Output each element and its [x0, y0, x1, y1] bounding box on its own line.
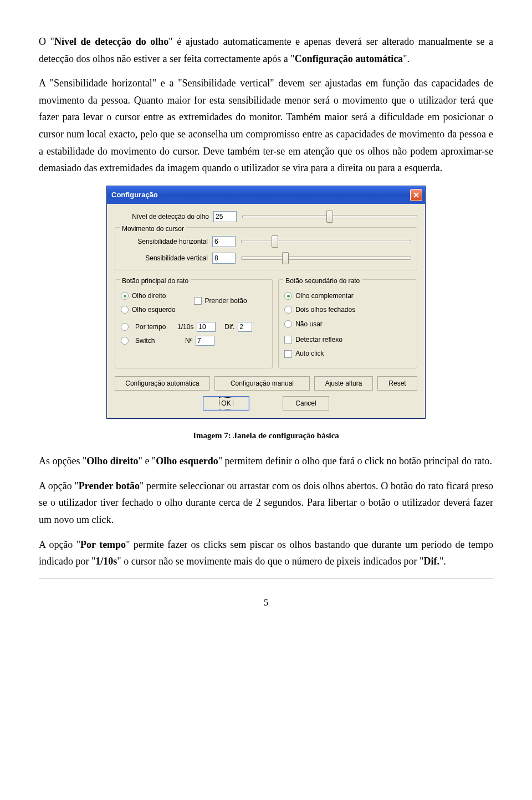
radio-icon[interactable]	[121, 337, 129, 345]
dont-use-option[interactable]: Não usar	[284, 319, 411, 330]
complementary-eye-option[interactable]: Olho complementar	[284, 290, 411, 301]
left-eye-option[interactable]: Olho esquerdo	[121, 304, 194, 315]
autoclick-checkbox[interactable]: Auto click	[284, 348, 411, 359]
auto-config-button[interactable]: Configuração automática	[115, 376, 210, 391]
radio-icon	[284, 292, 292, 300]
switch-no-input[interactable]: 7	[196, 336, 214, 346]
figure-caption: Imagem 7: Janela de configuração básica	[39, 429, 493, 443]
paragraph: O "Nível de detecção do olho" é ajustado…	[39, 33, 493, 67]
dialog-titlebar: Configuração	[107, 186, 425, 204]
checkbox-icon	[284, 350, 292, 358]
right-eye-option[interactable]: Olho direito	[121, 290, 194, 301]
eye-detection-input[interactable]: 25	[213, 211, 237, 222]
primary-button-group: Botão principal do rato Olho direito Olh…	[115, 279, 273, 368]
ok-button[interactable]: OK	[203, 396, 249, 411]
paragraph: A opção "Por tempo" permite fazer os cli…	[39, 536, 493, 570]
dialog-title: Configuração	[111, 189, 158, 201]
page-divider	[39, 578, 493, 578]
switch-option[interactable]: Switch	[135, 335, 174, 346]
page-number: 5	[39, 595, 493, 610]
vert-sens-slider[interactable]	[241, 252, 411, 264]
eye-detection-label: Nível de detecção do olho	[115, 211, 213, 222]
cursor-movement-group: Movimento do cursor Sensibilidade horizo…	[115, 227, 417, 270]
paragraph: As opções "Olho direito" e "Olho esquerd…	[39, 453, 493, 470]
checkbox-icon	[284, 336, 292, 343]
cancel-button[interactable]: Cancel	[283, 396, 329, 411]
horiz-sens-slider[interactable]	[241, 235, 411, 248]
horiz-sens-input[interactable]: 6	[212, 236, 236, 247]
secondary-button-group: Botão secundário do rato Olho complement…	[278, 279, 417, 368]
close-button[interactable]	[410, 189, 422, 201]
radio-icon	[284, 320, 292, 328]
hold-button-checkbox[interactable]: Prender botão	[194, 295, 267, 306]
radio-icon	[121, 306, 129, 314]
vert-sens-label: Sensibilidade vertical	[121, 253, 212, 264]
vert-sens-input[interactable]: 8	[212, 253, 236, 264]
radio-icon	[284, 306, 292, 314]
dif-input[interactable]: 2	[238, 322, 252, 332]
adjust-height-button[interactable]: Ajuste altura	[314, 376, 373, 391]
radio-icon[interactable]	[121, 323, 129, 331]
close-icon	[413, 192, 419, 198]
paragraph: A "Sensibilidade horizontal" e a "Sensib…	[39, 75, 493, 177]
by-time-option[interactable]: Por tempo	[135, 321, 174, 332]
eye-detection-slider[interactable]	[242, 211, 417, 223]
both-eyes-closed-option[interactable]: Dois olhos fechados	[284, 304, 411, 315]
config-dialog: Configuração Nível de detecção do olho 2…	[106, 186, 426, 419]
radio-icon	[121, 292, 129, 300]
detect-reflex-checkbox[interactable]: Detectar reflexo	[284, 334, 411, 345]
time-input[interactable]: 10	[197, 322, 216, 332]
reset-button[interactable]: Reset	[377, 376, 417, 391]
checkbox-icon	[194, 297, 202, 305]
manual-config-button[interactable]: Configuração manual	[214, 376, 310, 391]
paragraph: A opção "Prender botão" permite seleccio…	[39, 478, 493, 529]
horiz-sens-label: Sensibilidade horizontal	[121, 236, 212, 247]
